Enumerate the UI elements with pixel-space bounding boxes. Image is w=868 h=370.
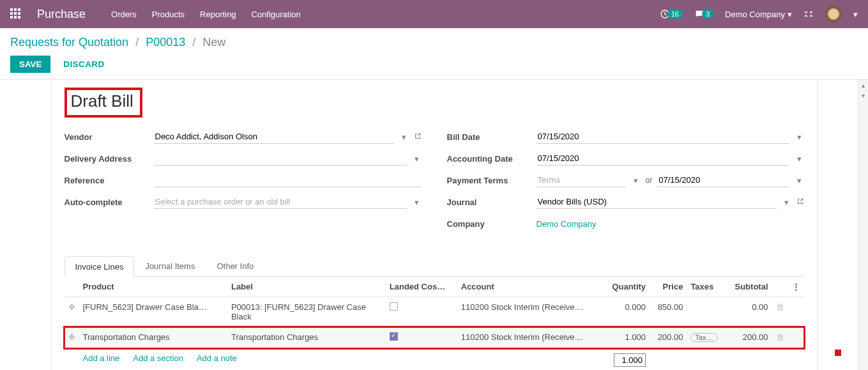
cell-price[interactable]: 850.00 [650,297,687,327]
scroll-down-icon[interactable]: ▾ [858,90,868,100]
tabs: Invoice Lines Journal Items Other Info [65,256,804,277]
delivery-label: Delivery Address [65,154,154,164]
terms-or-text: or [646,176,653,185]
nav-orders[interactable]: Orders [111,10,137,19]
save-button[interactable]: SAVE [10,56,50,73]
col-qty: Quantity [603,277,650,297]
terms-label: Payment Terms [447,176,537,185]
drag-handle-icon[interactable]: ✥ [68,332,75,342]
activity-count: 16 [667,10,683,19]
vendor-dropdown-icon[interactable]: ▾ [399,132,409,142]
apps-icon[interactable] [10,8,22,20]
page-title-highlight: Draft Bill [65,88,142,118]
cell-subtotal: 200.00 [726,327,772,348]
journal-external-link-icon[interactable] [796,197,804,207]
cell-qty[interactable]: 1.000 [603,327,650,348]
company-link[interactable]: Demo Company [537,219,597,229]
autocomplete-label: Auto-complete [65,197,154,207]
landed-checkbox[interactable] [390,332,398,341]
cell-label[interactable]: P00013: [FURN_5623] Drawer Case Black [227,297,386,327]
cell-taxes[interactable] [687,297,726,327]
scroll-up-icon[interactable]: ▴ [858,80,868,90]
journal-label: Journal [447,197,537,207]
annotation-dot [835,350,841,356]
add-section-link[interactable]: Add a section [133,353,183,363]
journal-field[interactable] [537,195,777,209]
page-title: Draft Bill [71,91,133,111]
messages-button[interactable]: 3 [694,9,713,19]
col-account: Account [457,277,603,297]
delivery-field[interactable] [154,151,407,166]
reference-label: Reference [65,176,154,185]
terms-dropdown-icon[interactable]: ▾ [631,176,641,185]
cell-qty[interactable]: 0.000 [603,297,650,327]
billdate-dropdown-icon[interactable]: ▾ [795,132,804,142]
billdate-field[interactable] [537,130,789,144]
cell-account[interactable]: 110200 Stock Interim (Receive… [457,297,603,327]
col-price: Price [650,277,687,297]
messages-count: 3 [702,10,713,19]
landed-checkbox[interactable] [390,302,398,311]
terms-date-field[interactable] [657,173,789,187]
vendor-label: Vendor [65,132,154,142]
col-product: Product [79,277,227,297]
cell-taxes[interactable]: Tax… [687,327,726,348]
add-line-link[interactable]: Add a line [83,353,120,363]
terms-date-dropdown-icon[interactable]: ▾ [795,176,804,185]
breadcrumb-current: New [202,36,225,49]
nav-links: Orders Products Reporting Configuration [111,10,301,19]
discard-button[interactable]: DISCARD [63,59,104,69]
terms-field[interactable] [537,173,626,187]
trash-icon[interactable]: 🗑 [776,332,784,342]
caret-down-icon: ▾ [788,10,792,19]
invoice-lines-table: Product Label Landed Cos… Account Quanti… [65,277,804,370]
delivery-dropdown-icon[interactable]: ▾ [412,154,422,164]
activity-button[interactable]: 16 [660,9,683,19]
nav-configuration[interactable]: Configuration [251,10,300,19]
acctdate-label: Accounting Date [447,154,537,164]
user-avatar[interactable] [825,6,842,22]
company-name: Demo Company [725,10,785,19]
cell-product[interactable]: Transportation Charges [79,327,227,348]
acctdate-field[interactable] [537,151,789,166]
tab-journal-items[interactable]: Journal Items [134,256,206,276]
scrollbar[interactable]: ▴ ▾ [858,80,868,370]
autocomplete-field[interactable] [154,195,407,209]
cell-price[interactable]: 200.00 [650,327,687,348]
table-row[interactable]: ✥ Transportation Charges Transportation … [65,327,804,348]
breadcrumb: Requests for Quotation / P00013 / New [10,36,858,49]
app-title: Purchase [37,8,86,21]
qty-total-input[interactable] [614,353,646,367]
autocomplete-dropdown-icon[interactable]: ▾ [412,197,422,207]
breadcrumb-root[interactable]: Requests for Quotation [10,36,128,49]
table-row[interactable]: ✥ [FURN_5623] Drawer Case Bla… P00013: [… [65,297,804,327]
vendor-external-link-icon[interactable] [414,132,422,142]
trash-icon[interactable]: 🗑 [776,302,784,312]
tab-invoice-lines[interactable]: Invoice Lines [65,256,135,277]
tab-other-info[interactable]: Other Info [206,256,264,276]
company-label: Company [447,219,537,229]
billdate-label: Bill Date [447,132,537,142]
top-nav: Purchase Orders Products Reporting Confi… [0,0,868,28]
cell-label[interactable]: Transportation Charges [227,327,386,348]
col-label: Label [227,277,386,297]
table-options-icon[interactable]: ⋮ [792,282,800,291]
add-note-link[interactable]: Add a note [197,353,237,363]
nav-products[interactable]: Products [152,10,185,19]
col-landed: Landed Cos… [386,277,457,297]
journal-dropdown-icon[interactable]: ▾ [782,197,791,207]
col-subtotal: Subtotal [726,277,772,297]
cell-subtotal: 0.00 [726,297,772,327]
col-taxes: Taxes [687,277,726,297]
reference-field[interactable] [154,173,422,187]
nav-reporting[interactable]: Reporting [200,10,236,19]
vendor-field[interactable] [154,130,394,144]
company-switcher[interactable]: Demo Company ▾ [725,10,792,19]
cell-product[interactable]: [FURN_5623] Drawer Case Bla… [79,297,227,327]
drag-handle-icon[interactable]: ✥ [68,302,75,312]
debug-icon[interactable] [803,9,814,19]
acctdate-dropdown-icon[interactable]: ▾ [795,154,804,164]
cell-account[interactable]: 110200 Stock Interim (Receive… [457,327,603,348]
user-caret-icon[interactable]: ▾ [853,10,858,19]
breadcrumb-record[interactable]: P00013 [146,36,185,49]
